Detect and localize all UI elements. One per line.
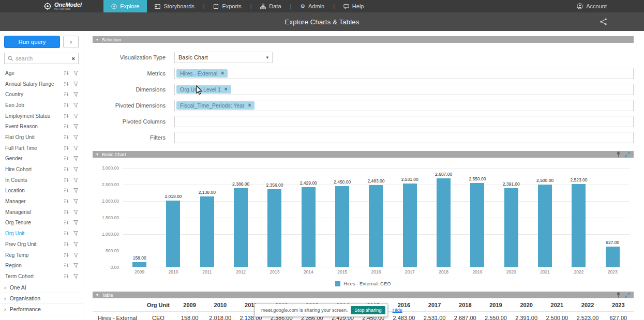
layout-share-icon[interactable] bbox=[600, 18, 608, 26]
sort-icon[interactable] bbox=[64, 274, 69, 279]
filter-icon[interactable] bbox=[73, 167, 78, 172]
sort-icon[interactable] bbox=[64, 263, 69, 268]
sidebar-field-employment-status[interactable]: Employment Status bbox=[0, 111, 83, 121]
sidebar-field-reg-temp[interactable]: Reg Temp bbox=[0, 250, 83, 261]
remove-tag-icon[interactable]: × bbox=[221, 71, 224, 76]
nav-item-help[interactable]: Help bbox=[336, 0, 372, 12]
expand-icon[interactable] bbox=[625, 293, 630, 298]
filter-icon[interactable] bbox=[73, 263, 78, 268]
collapse-panel-button[interactable]: › bbox=[63, 36, 79, 48]
bar-2023[interactable] bbox=[606, 247, 620, 267]
bar-2021[interactable] bbox=[538, 185, 552, 267]
sort-icon[interactable] bbox=[64, 103, 69, 108]
sort-icon[interactable] bbox=[64, 92, 69, 97]
sidebar-field-org-unit[interactable]: Org Unit bbox=[0, 228, 83, 239]
bar-2022[interactable] bbox=[572, 184, 586, 267]
bar-2019[interactable] bbox=[470, 183, 484, 267]
sidebar-group-one-ai[interactable]: ›One AI bbox=[0, 282, 83, 293]
sort-icon[interactable] bbox=[64, 231, 69, 236]
sort-icon[interactable] bbox=[64, 82, 69, 86]
hide-banner-link[interactable]: Hide bbox=[388, 308, 402, 313]
pivoted-dimension-tag[interactable]: Fiscal_Time_Periods: Year × bbox=[176, 101, 254, 110]
chart-section-bar[interactable]: ▾ Basic Chart bbox=[93, 151, 634, 158]
sidebar-field-flat-org-unit[interactable]: Flat Org Unit bbox=[0, 132, 83, 143]
nav-item-admin[interactable]: ⚙ Admin bbox=[292, 0, 332, 12]
sort-icon[interactable] bbox=[64, 242, 69, 247]
filter-icon[interactable] bbox=[73, 188, 78, 193]
sort-icon[interactable] bbox=[64, 188, 69, 193]
sort-icon[interactable] bbox=[64, 253, 69, 257]
sidebar-field-prev-org-unit[interactable]: Prev Org Unit bbox=[0, 239, 83, 250]
nav-item-storyboards[interactable]: Storyboards bbox=[147, 0, 202, 12]
filter-icon[interactable] bbox=[73, 103, 78, 108]
bar-2011[interactable] bbox=[200, 196, 214, 267]
table-section-bar[interactable]: ▾ Table bbox=[93, 292, 634, 298]
pin-icon[interactable] bbox=[616, 151, 621, 157]
filter-icon[interactable] bbox=[73, 242, 78, 247]
filter-icon[interactable] bbox=[73, 274, 78, 279]
pivoted-columns-input[interactable] bbox=[174, 116, 634, 127]
sidebar-field-hire-cohort[interactable]: Hire Cohort bbox=[0, 164, 83, 175]
filter-icon[interactable] bbox=[73, 92, 78, 97]
sort-icon[interactable] bbox=[64, 178, 69, 182]
sidebar-field-org-tenure[interactable]: Org Tenure bbox=[0, 218, 83, 228]
brand-logo-group[interactable]: OneModel free your data bbox=[43, 2, 82, 10]
bar-2010[interactable] bbox=[166, 201, 180, 267]
sidebar-field-annual-salary-range[interactable]: Annual Salary Range bbox=[0, 79, 83, 89]
sidebar-field-term-cohort[interactable]: Term Cohort bbox=[0, 271, 83, 282]
filter-icon[interactable] bbox=[73, 156, 78, 161]
viz-type-select[interactable]: Basic Chart ▾ bbox=[174, 52, 273, 63]
bar-2014[interactable] bbox=[302, 187, 316, 267]
filter-icon[interactable] bbox=[73, 220, 78, 225]
sidebar-field-age[interactable]: Age bbox=[0, 68, 83, 79]
pivoted-dimensions-input[interactable]: Fiscal_Time_Periods: Year × bbox=[174, 100, 634, 111]
filter-icon[interactable] bbox=[73, 124, 78, 129]
sidebar-group-performance[interactable]: ›Performance bbox=[0, 304, 83, 315]
remove-tag-icon[interactable]: × bbox=[224, 87, 228, 92]
bar-2018[interactable] bbox=[437, 178, 451, 267]
expand-icon[interactable] bbox=[625, 152, 630, 157]
sidebar-field-eeo-job[interactable]: Eeo Job bbox=[0, 100, 83, 111]
bar-2016[interactable] bbox=[369, 185, 383, 267]
nav-item-exports[interactable]: Exports bbox=[205, 0, 249, 12]
filter-icon[interactable] bbox=[73, 114, 78, 118]
bar-2009[interactable] bbox=[132, 262, 146, 267]
filter-icon[interactable] bbox=[73, 199, 78, 204]
sidebar-field-region[interactable]: Region bbox=[0, 260, 83, 271]
sort-icon[interactable] bbox=[64, 210, 69, 215]
search-input[interactable] bbox=[16, 55, 69, 62]
sort-icon[interactable] bbox=[64, 71, 69, 75]
filters-input[interactable] bbox=[174, 132, 634, 143]
metrics-input[interactable]: Hires - External × bbox=[174, 68, 634, 79]
metric-tag[interactable]: Hires - External × bbox=[176, 69, 228, 78]
filter-icon[interactable] bbox=[73, 135, 78, 140]
sort-icon[interactable] bbox=[64, 146, 69, 150]
sort-icon[interactable] bbox=[64, 114, 69, 118]
filter-icon[interactable] bbox=[73, 178, 78, 182]
bar-2020[interactable] bbox=[504, 188, 518, 267]
sort-icon[interactable] bbox=[64, 199, 69, 204]
pin-icon[interactable] bbox=[616, 292, 621, 298]
nav-item-data[interactable]: Data bbox=[252, 0, 289, 12]
account-menu[interactable]: Account bbox=[577, 3, 607, 9]
sidebar-field-location[interactable]: Location bbox=[0, 186, 83, 196]
filter-icon[interactable] bbox=[73, 146, 78, 150]
bar-2012[interactable] bbox=[234, 188, 248, 267]
sort-icon[interactable] bbox=[64, 135, 69, 140]
run-query-button[interactable]: Run query bbox=[4, 36, 60, 48]
selection-section-bar[interactable]: ▾ Selection bbox=[93, 36, 634, 43]
filter-icon[interactable] bbox=[73, 82, 78, 86]
sort-icon[interactable] bbox=[64, 124, 69, 129]
dimensions-input[interactable]: Org Unit: Level 1 × bbox=[174, 84, 634, 95]
clear-search-icon[interactable]: × bbox=[72, 56, 75, 62]
sidebar-field-managerial[interactable]: Managerial bbox=[0, 207, 83, 218]
filter-icon[interactable] bbox=[73, 71, 78, 75]
filter-icon[interactable] bbox=[73, 210, 78, 215]
sidebar-field-full-part-time[interactable]: Full Part Time bbox=[0, 143, 83, 154]
sort-icon[interactable] bbox=[64, 220, 69, 225]
sidebar-field-event-reason[interactable]: Event Reason bbox=[0, 121, 83, 132]
bar-2013[interactable] bbox=[267, 189, 281, 267]
filter-icon[interactable] bbox=[73, 253, 78, 257]
filter-icon[interactable] bbox=[73, 231, 78, 236]
sidebar-field-manager[interactable]: Manager bbox=[0, 196, 83, 207]
